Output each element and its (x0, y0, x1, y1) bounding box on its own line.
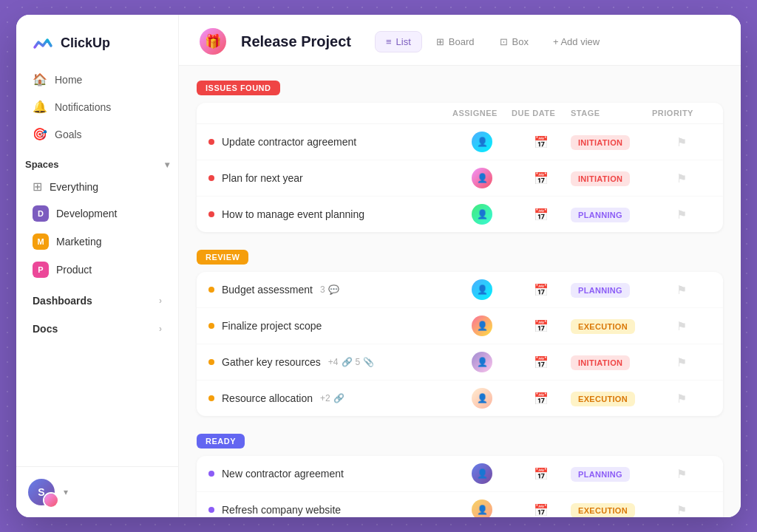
task-dot (208, 395, 214, 401)
chevron-down-icon: ▾ (165, 160, 169, 170)
col-assignee: ASSIGNEE (452, 109, 512, 117)
task-dot (208, 471, 214, 477)
task-due-date[interactable]: 📅 (512, 355, 571, 369)
task-due-date[interactable]: 📅 (512, 319, 571, 333)
task-name: How to manage event planning (208, 208, 452, 220)
sidebar-item-goals[interactable]: 🎯 Goals (24, 121, 171, 147)
task-dot (208, 139, 214, 145)
table-row[interactable]: Gather key resources +4 🔗 5 📎 👤 📅 INITIA… (197, 344, 723, 381)
section-ready-badge: READY (197, 434, 245, 449)
task-stage: PLANNING (571, 208, 652, 221)
sidebar-item-marketing[interactable]: M Marketing (24, 228, 171, 255)
task-due-date[interactable]: 📅 (512, 171, 571, 185)
task-priority[interactable]: ⚑ (652, 319, 711, 333)
marketing-label: Marketing (56, 236, 101, 248)
issues-table: ASSIGNEE DUE DATE STAGE PRIORITY Update … (197, 103, 723, 232)
avatar: 👤 (472, 316, 492, 336)
project-title: Release Project (241, 33, 351, 50)
sidebar-item-product[interactable]: P Product (24, 256, 171, 283)
main-content: 🎁 Release Project ≡ List ⊞ Board ⊡ Box +… (179, 15, 741, 517)
project-icon: 🎁 (200, 28, 226, 55)
task-name: Budget assessment 3 💬 (208, 284, 452, 296)
dashboards-label: Dashboards (33, 295, 92, 307)
tab-board[interactable]: ⊞ Board (425, 31, 486, 52)
development-label: Development (56, 208, 118, 219)
section-issues-found: ISSUES FOUND ASSIGNEE DUE DATE STAGE PRI… (197, 81, 723, 232)
task-assignee: 👤 (452, 132, 512, 152)
sidebar-item-goals-label: Goals (55, 129, 82, 140)
everything-label: Everything (50, 181, 98, 193)
task-name: New contractor agreement (208, 468, 452, 480)
sidebar: ClickUp 🏠 Home 🔔 Notifications 🎯 Goals S… (16, 15, 179, 517)
main-header: 🎁 Release Project ≡ List ⊞ Board ⊡ Box +… (179, 15, 741, 66)
task-stage: INITIATION (571, 135, 652, 149)
task-due-date[interactable]: 📅 (512, 135, 571, 149)
table-row[interactable]: Update contractor agreement 👤 📅 INITIATI… (197, 124, 723, 160)
extra-count-1: +4 (328, 357, 339, 367)
table-row[interactable]: Finalize project scope 👤 📅 EXECUTION ⚑ (197, 308, 723, 344)
task-priority[interactable]: ⚑ (652, 171, 711, 185)
task-assignee: 👤 (452, 499, 512, 517)
avatar: 👤 (472, 463, 492, 484)
view-tabs: ≡ List ⊞ Board ⊡ Box + Add view (375, 31, 610, 52)
task-priority[interactable]: ⚑ (652, 135, 711, 149)
col-due-date: DUE DATE (512, 109, 571, 117)
task-due-date[interactable]: 📅 (512, 208, 571, 222)
task-due-date[interactable]: 📅 (512, 392, 571, 406)
task-list-container: ISSUES FOUND ASSIGNEE DUE DATE STAGE PRI… (179, 66, 741, 517)
app-container: ClickUp 🏠 Home 🔔 Notifications 🎯 Goals S… (16, 15, 741, 517)
task-meta: 3 💬 (320, 284, 339, 295)
task-assignee: 👤 (452, 352, 512, 372)
task-stage: EXECUTION (571, 319, 652, 332)
table-row[interactable]: Plan for next year 👤 📅 INITIATION ⚑ (197, 160, 723, 197)
task-priority[interactable]: ⚑ (652, 283, 711, 297)
col-stage: STAGE (571, 109, 652, 117)
user-profile[interactable]: S ▾ (16, 466, 178, 517)
sidebar-item-notifications[interactable]: 🔔 Notifications (24, 94, 171, 120)
add-view-button[interactable]: + Add view (543, 32, 610, 52)
goals-icon: 🎯 (33, 127, 47, 141)
table-row[interactable]: New contractor agreement 👤 📅 PLANNING ⚑ (197, 456, 723, 492)
table-row[interactable]: Resource allocation +2 🔗 👤 📅 EXECUTION ⚑ (197, 381, 723, 416)
attachment-count: 5 (356, 357, 361, 367)
col-priority: PRIORITY (652, 109, 711, 117)
task-priority[interactable]: ⚑ (652, 208, 711, 222)
sidebar-navigation: 🏠 Home 🔔 Notifications 🎯 Goals (16, 66, 178, 149)
tab-list[interactable]: ≡ List (375, 31, 422, 52)
attachment-icon: 📎 (363, 357, 374, 367)
avatar: 👤 (472, 168, 492, 188)
task-due-date[interactable]: 📅 (512, 503, 571, 517)
avatar: 👤 (472, 352, 492, 372)
sidebar-bottom: Dashboards › Docs › (16, 284, 178, 347)
spaces-section-header[interactable]: Spaces ▾ (16, 149, 178, 174)
task-dot (208, 323, 214, 329)
task-priority[interactable]: ⚑ (652, 467, 711, 481)
task-assignee: 👤 (452, 204, 512, 225)
logo[interactable]: ClickUp (16, 15, 178, 66)
table-row[interactable]: Budget assessment 3 💬 👤 📅 PLANNING ⚑ (197, 272, 723, 308)
sidebar-item-home[interactable]: 🏠 Home (24, 66, 171, 92)
comment-count: 3 (320, 284, 325, 295)
task-dot (208, 359, 214, 365)
task-due-date[interactable]: 📅 (512, 467, 571, 481)
tab-box[interactable]: ⊡ Box (489, 31, 540, 52)
sidebar-item-dashboards[interactable]: Dashboards › (24, 287, 171, 314)
section-review: REVIEW Budget assessment 3 💬 👤 📅 (197, 250, 723, 416)
section-review-badge: REVIEW (197, 250, 248, 265)
table-row[interactable]: How to manage event planning 👤 📅 PLANNIN… (197, 197, 723, 232)
task-priority[interactable]: ⚑ (652, 355, 711, 369)
sidebar-item-docs[interactable]: Docs › (24, 316, 171, 342)
spaces-list: ⊞ Everything D Development M Marketing P… (16, 174, 178, 284)
box-tab-icon: ⊡ (500, 36, 508, 47)
review-table: Budget assessment 3 💬 👤 📅 PLANNING ⚑ (197, 272, 723, 416)
task-priority[interactable]: ⚑ (652, 392, 711, 406)
sidebar-item-development[interactable]: D Development (24, 200, 171, 227)
task-name: Finalize project scope (208, 320, 452, 332)
avatar: 👤 (472, 132, 492, 152)
link-icon-2: 🔗 (333, 393, 344, 403)
sidebar-item-everything[interactable]: ⊞ Everything (24, 174, 171, 199)
box-tab-label: Box (512, 36, 529, 47)
task-due-date[interactable]: 📅 (512, 283, 571, 297)
table-row[interactable]: Refresh company website 👤 📅 EXECUTION ⚑ (197, 492, 723, 517)
task-priority[interactable]: ⚑ (652, 503, 711, 517)
